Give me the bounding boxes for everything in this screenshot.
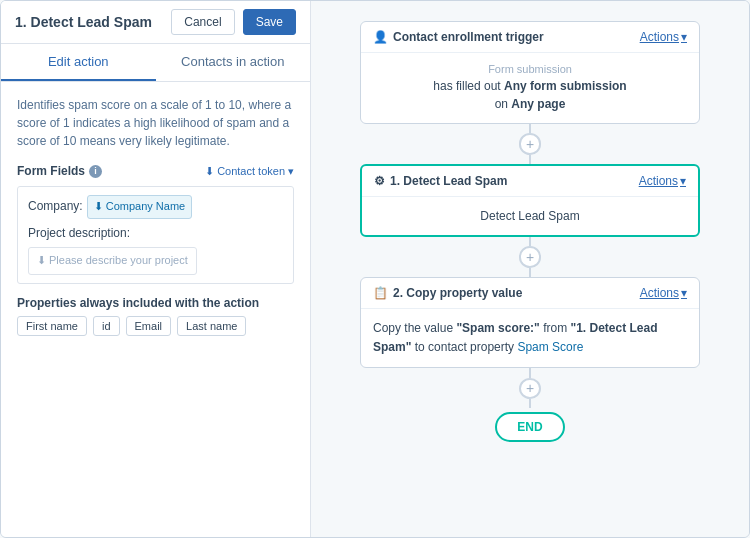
card-copy-property-actions[interactable]: Actions ▾ [640, 286, 687, 300]
prop-tag-lastname: Last name [177, 316, 246, 336]
property-tags: First name id Email Last name [17, 316, 294, 336]
left-panel: 1. Detect Lead Spam Cancel Save Edit act… [1, 1, 311, 538]
panel-body: Identifies spam score on a scale of 1 to… [1, 82, 310, 538]
cancel-button[interactable]: Cancel [171, 9, 234, 35]
card-detect-lead-spam: ⚙ 1. Detect Lead Spam Actions ▾ Detect L… [360, 164, 700, 237]
card-contact-enrollment-title: 👤 Contact enrollment trigger [373, 30, 544, 44]
chevron-down-icon-3: ▾ [681, 286, 687, 300]
contact-token-button[interactable]: ⬇ Contact token ▾ [205, 165, 294, 178]
form-fields-box: Company: ⬇ Company Name Project descript… [17, 186, 294, 284]
company-name-token[interactable]: ⬇ Company Name [87, 195, 192, 219]
card-contact-enrollment-actions[interactable]: Actions ▾ [640, 30, 687, 44]
card-detect-lead-spam-title: ⚙ 1. Detect Lead Spam [374, 174, 507, 188]
v-line-3a [529, 368, 531, 377]
plus-button-2[interactable]: + [519, 246, 541, 267]
card-contact-enrollment-body: Form submission has filled out Any form … [361, 53, 699, 123]
always-included-label: Properties always included with the acti… [17, 296, 294, 310]
card-body-main-0: has filled out Any form submissionon Any… [373, 77, 687, 113]
company-field-row: Company: ⬇ Company Name [28, 195, 283, 219]
card-contact-enrollment: 👤 Contact enrollment trigger Actions ▾ F… [360, 21, 700, 124]
header-buttons: Cancel Save [171, 9, 296, 35]
panel-header: 1. Detect Lead Spam Cancel Save [1, 1, 310, 44]
person-icon: 👤 [373, 30, 388, 44]
card-copy-property-body: Copy the value "Spam score:" from "1. De… [361, 309, 699, 367]
copy-icon: 📋 [373, 286, 388, 300]
connector-2: + [519, 237, 541, 277]
right-panel: 👤 Contact enrollment trigger Actions ▾ F… [311, 1, 749, 537]
tab-contacts-in-action[interactable]: Contacts in action [156, 44, 311, 81]
tab-bar: Edit action Contacts in action [1, 44, 310, 82]
copy-property-text: Copy the value "Spam score:" from "1. De… [373, 319, 687, 357]
v-line-3b [529, 399, 531, 408]
prop-tag-id: id [93, 316, 120, 336]
card-detect-lead-spam-body: Detect Lead Spam [362, 197, 698, 235]
prop-tag-firstname: First name [17, 316, 87, 336]
v-line-2b [529, 268, 531, 277]
card-detect-lead-spam-actions[interactable]: Actions ▾ [639, 174, 686, 188]
project-field-row: Project description: [28, 223, 283, 245]
card-body-muted-0: Form submission [373, 63, 687, 75]
save-button[interactable]: Save [243, 9, 296, 35]
v-line-2a [529, 237, 531, 246]
panel-title: 1. Detect Lead Spam [15, 14, 152, 30]
chevron-down-icon-2: ▾ [680, 174, 686, 188]
plus-button-3[interactable]: + [519, 378, 541, 399]
plus-button-1[interactable]: + [519, 133, 541, 154]
v-line-1b [529, 155, 531, 164]
card-body-main-1: Detect Lead Spam [374, 207, 686, 225]
card-copy-property-title: 📋 2. Copy property value [373, 286, 522, 300]
v-line-1a [529, 124, 531, 133]
connector-3: + [519, 368, 541, 408]
form-fields-label: Form Fields i [17, 164, 102, 178]
card-copy-property-header: 📋 2. Copy property value Actions ▾ [361, 278, 699, 309]
info-icon[interactable]: i [89, 165, 102, 178]
chevron-down-icon: ▾ [681, 30, 687, 44]
project-placeholder[interactable]: ⬇ Please describe your project [28, 247, 197, 275]
form-fields-header: Form Fields i ⬇ Contact token ▾ [17, 164, 294, 178]
gear-icon: ⚙ [374, 174, 385, 188]
tab-edit-action[interactable]: Edit action [1, 44, 156, 81]
description-text: Identifies spam score on a scale of 1 to… [17, 96, 294, 150]
prop-tag-email: Email [126, 316, 172, 336]
spam-score-link[interactable]: Spam Score [517, 340, 583, 354]
connector-1: + [519, 124, 541, 164]
card-detect-lead-spam-header: ⚙ 1. Detect Lead Spam Actions ▾ [362, 166, 698, 197]
card-copy-property: 📋 2. Copy property value Actions ▾ Copy … [360, 277, 700, 368]
card-contact-enrollment-header: 👤 Contact enrollment trigger Actions ▾ [361, 22, 699, 53]
end-bubble: END [495, 412, 564, 442]
